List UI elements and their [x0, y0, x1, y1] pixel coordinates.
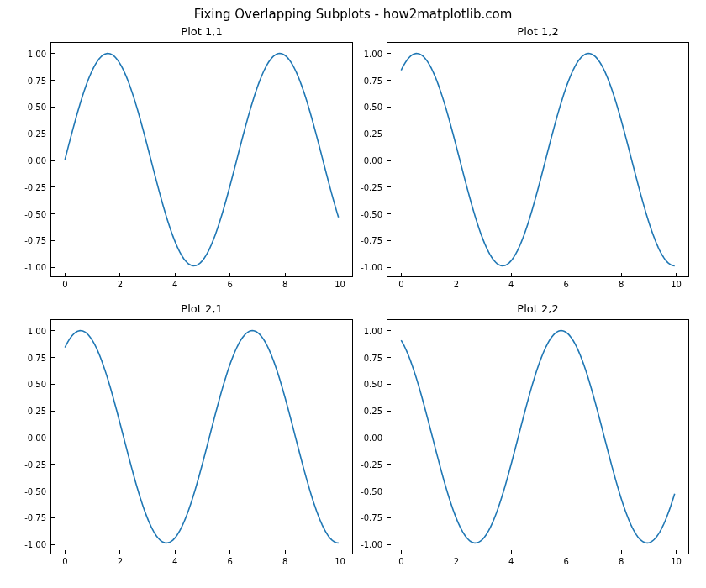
ytick-label: 1.00 — [364, 49, 387, 58]
axes: -1.00-0.75-0.50-0.250.000.250.500.751.00… — [50, 42, 353, 277]
ytick-label: 0.75 — [364, 76, 387, 85]
sine-curve — [65, 54, 338, 266]
axes: -1.00-0.75-0.50-0.250.000.250.500.751.00… — [387, 42, 689, 277]
xtick-label: 10 — [335, 276, 345, 289]
ytick-label: 0.50 — [364, 380, 387, 389]
figure-suptitle: Fixing Overlapping Subplots - how2matplo… — [0, 7, 706, 22]
xtick-label: 2 — [454, 554, 459, 566]
ytick-label: -0.25 — [24, 182, 51, 192]
ytick-label: -0.75 — [361, 236, 387, 245]
ytick-label: 0.25 — [28, 129, 51, 139]
sine-curve — [401, 331, 674, 543]
ytick-label: -0.75 — [24, 513, 51, 522]
ytick-label: 0.50 — [28, 380, 51, 389]
ytick-label: 0.50 — [364, 102, 387, 112]
ytick-label: 0.75 — [28, 76, 51, 85]
ytick-label: 0.25 — [364, 129, 387, 139]
xtick-label: 0 — [398, 276, 403, 289]
subplot-title: Plot 1,1 — [50, 25, 353, 38]
xtick-label: 0 — [398, 554, 403, 566]
xtick-label: 8 — [619, 554, 624, 566]
xtick-label: 2 — [454, 276, 459, 289]
subplot-title: Plot 2,1 — [50, 302, 353, 315]
xtick-label: 10 — [671, 554, 682, 566]
ytick-label: 0.25 — [28, 407, 51, 416]
line-plot — [51, 43, 352, 276]
xtick-label: 4 — [172, 276, 177, 289]
xtick-label: 2 — [118, 554, 123, 566]
ytick-label: 0.75 — [28, 353, 51, 362]
xtick-label: 4 — [508, 554, 514, 566]
axes: -1.00-0.75-0.50-0.250.000.250.500.751.00… — [387, 319, 689, 554]
ytick-label: -1.00 — [361, 263, 387, 272]
ytick-label: -0.25 — [24, 459, 51, 469]
ytick-label: -0.25 — [361, 182, 387, 192]
ytick-label: -1.00 — [24, 540, 51, 549]
ytick-label: 1.00 — [364, 326, 387, 335]
ytick-label: -0.75 — [361, 513, 387, 522]
subplot-2-2: Plot 2,2-1.00-0.75-0.50-0.250.000.250.50… — [387, 319, 689, 554]
ytick-label: -0.75 — [24, 236, 51, 245]
line-plot — [387, 320, 688, 554]
sine-curve — [401, 54, 674, 266]
ytick-label: 0.00 — [28, 433, 51, 443]
line-plot — [387, 43, 688, 276]
xtick-label: 10 — [671, 276, 682, 289]
xtick-label: 10 — [335, 554, 345, 566]
xtick-label: 4 — [508, 276, 514, 289]
ytick-label: 0.25 — [364, 407, 387, 416]
ytick-label: 0.00 — [364, 156, 387, 165]
ytick-label: 0.75 — [364, 353, 387, 362]
xtick-label: 0 — [62, 554, 67, 566]
ytick-label: -0.25 — [361, 459, 387, 469]
xtick-label: 8 — [282, 554, 287, 566]
subplot-title: Plot 2,2 — [387, 302, 689, 315]
xtick-label: 6 — [564, 276, 569, 289]
ytick-label: 0.00 — [364, 433, 387, 443]
xtick-label: 6 — [228, 276, 233, 289]
subplot-1-2: Plot 1,2-1.00-0.75-0.50-0.250.000.250.50… — [387, 42, 689, 277]
ytick-label: -0.50 — [361, 486, 387, 496]
xtick-label: 8 — [282, 276, 287, 289]
subplot-title: Plot 1,2 — [387, 25, 689, 38]
ytick-label: 0.50 — [28, 102, 51, 112]
ytick-label: -0.50 — [361, 209, 387, 218]
ytick-label: 1.00 — [28, 49, 51, 58]
xtick-label: 0 — [62, 276, 67, 289]
ytick-label: -0.50 — [24, 209, 51, 218]
ytick-label: -0.50 — [24, 486, 51, 496]
xtick-label: 6 — [228, 554, 233, 566]
xtick-label: 2 — [118, 276, 123, 289]
sine-curve — [65, 331, 338, 543]
subplot-2-1: Plot 2,1-1.00-0.75-0.50-0.250.000.250.50… — [50, 319, 353, 554]
ytick-label: 1.00 — [28, 326, 51, 335]
xtick-label: 8 — [619, 276, 624, 289]
axes: -1.00-0.75-0.50-0.250.000.250.500.751.00… — [50, 319, 353, 554]
line-plot — [51, 320, 352, 554]
ytick-label: -1.00 — [24, 263, 51, 272]
xtick-label: 4 — [172, 554, 177, 566]
xtick-label: 6 — [564, 554, 569, 566]
subplot-1-1: Plot 1,1-1.00-0.75-0.50-0.250.000.250.50… — [50, 42, 353, 277]
figure: Fixing Overlapping Subplots - how2matplo… — [0, 0, 706, 588]
ytick-label: 0.00 — [28, 156, 51, 165]
ytick-label: -1.00 — [361, 540, 387, 549]
